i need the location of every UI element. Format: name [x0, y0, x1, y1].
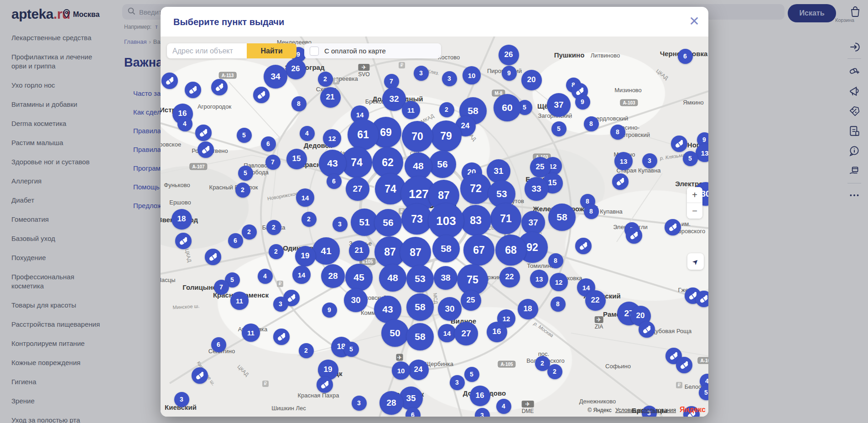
- cluster-marker-15[interactable]: 15: [286, 149, 307, 169]
- cluster-marker-8[interactable]: 8: [610, 125, 625, 140]
- cluster-marker-8[interactable]: 8: [551, 297, 566, 312]
- terms-of-use-link[interactable]: Условия использования: [615, 407, 676, 413]
- cluster-marker-19[interactable]: 19: [295, 246, 316, 266]
- cluster-marker-16[interactable]: 16: [470, 386, 490, 406]
- cluster-marker-71[interactable]: 71: [490, 203, 521, 234]
- cluster-marker-7[interactable]: 7: [265, 155, 281, 170]
- cluster-marker-3[interactable]: 3: [450, 375, 465, 390]
- cluster-marker-28[interactable]: 28: [379, 391, 403, 415]
- yandex-map[interactable]: Найти С оплатой по карте + − ➤ © Яндекс …: [161, 37, 708, 417]
- pharmacy-pill-marker[interactable]: [185, 82, 201, 98]
- cluster-marker-8[interactable]: 8: [584, 204, 599, 219]
- cluster-marker-24[interactable]: 24: [408, 360, 429, 380]
- cluster-marker-27[interactable]: 27: [454, 322, 478, 345]
- pharmacy-pill-marker[interactable]: [161, 73, 178, 89]
- cluster-marker-43[interactable]: 43: [374, 296, 401, 323]
- cluster-marker-50[interactable]: 50: [381, 319, 409, 347]
- cluster-marker-11[interactable]: 11: [242, 324, 260, 342]
- cluster-marker-22[interactable]: 22: [585, 290, 606, 311]
- cluster-marker-2[interactable]: 2: [299, 343, 314, 358]
- cluster-marker-5[interactable]: 5: [238, 166, 253, 181]
- cluster-marker-18[interactable]: 18: [172, 209, 192, 230]
- cluster-marker-2[interactable]: 2: [266, 220, 281, 235]
- cluster-marker-79[interactable]: 79: [431, 120, 462, 151]
- cluster-marker-87[interactable]: 87: [400, 237, 431, 268]
- cluster-marker-58[interactable]: 58: [432, 235, 460, 262]
- yandex-logo[interactable]: Яндекс: [680, 406, 706, 414]
- cluster-marker-37[interactable]: 37: [547, 93, 571, 117]
- pharmacy-pill-marker[interactable]: [676, 357, 692, 373]
- cluster-marker-8[interactable]: 8: [584, 116, 599, 131]
- cluster-marker-3[interactable]: 3: [442, 71, 457, 86]
- cluster-marker-73[interactable]: 73: [401, 204, 432, 235]
- cluster-marker-68[interactable]: 68: [495, 235, 526, 266]
- cluster-marker-14[interactable]: 14: [292, 266, 311, 284]
- cluster-marker-10[interactable]: 10: [392, 361, 410, 380]
- pharmacy-pill-marker[interactable]: [192, 367, 208, 384]
- card-payment-checkbox[interactable]: [310, 47, 319, 56]
- cluster-marker-30[interactable]: 30: [438, 297, 462, 321]
- cluster-marker-53[interactable]: 53: [406, 265, 434, 292]
- cluster-marker-18[interactable]: 18: [518, 299, 538, 319]
- pharmacy-pill-marker[interactable]: [575, 238, 592, 254]
- pharmacy-pill-marker[interactable]: [639, 321, 655, 338]
- cluster-marker-13[interactable]: 13: [614, 152, 633, 170]
- cluster-marker-41[interactable]: 41: [312, 237, 340, 265]
- cluster-marker-35[interactable]: 35: [399, 386, 423, 410]
- pharmacy-pill-marker[interactable]: [253, 87, 270, 103]
- cluster-marker-13[interactable]: 13: [530, 270, 548, 288]
- pharmacy-pill-marker[interactable]: [175, 233, 192, 249]
- cluster-marker-6[interactable]: 6: [327, 174, 342, 189]
- cluster-marker-58[interactable]: 58: [548, 204, 576, 231]
- cluster-marker-7[interactable]: 7: [384, 74, 399, 89]
- cluster-marker-7[interactable]: 7: [214, 280, 229, 295]
- cluster-marker-3[interactable]: 3: [333, 217, 348, 232]
- pharmacy-pill-marker[interactable]: [205, 249, 221, 265]
- cluster-marker-56[interactable]: 56: [429, 151, 456, 178]
- cluster-marker-4[interactable]: 4: [258, 269, 273, 284]
- pharmacy-pill-marker[interactable]: [195, 125, 212, 141]
- cluster-marker-5[interactable]: 5: [551, 121, 567, 136]
- cluster-marker-31[interactable]: 31: [487, 159, 510, 183]
- cluster-marker-6[interactable]: 6: [261, 136, 276, 151]
- zoom-in-button[interactable]: +: [687, 187, 702, 203]
- zoom-out-button[interactable]: −: [687, 203, 702, 219]
- cluster-marker-12[interactable]: 12: [550, 273, 568, 291]
- cluster-marker-9[interactable]: 9: [502, 66, 517, 81]
- cluster-marker-58[interactable]: 58: [406, 293, 434, 321]
- cluster-marker-48[interactable]: 48: [405, 152, 432, 180]
- cluster-marker-58[interactable]: 58: [406, 323, 434, 350]
- cluster-marker-6[interactable]: 6: [228, 233, 243, 248]
- cluster-marker-3[interactable]: 3: [273, 297, 288, 312]
- cluster-marker-3[interactable]: 3: [414, 66, 429, 81]
- cluster-marker-3[interactable]: 3: [642, 153, 657, 168]
- cluster-marker-14[interactable]: 14: [296, 188, 314, 207]
- cluster-marker-103[interactable]: 103: [428, 203, 464, 239]
- cluster-marker-34[interactable]: 34: [264, 65, 287, 89]
- cluster-marker-4[interactable]: 4: [300, 126, 315, 141]
- cluster-marker-70[interactable]: 70: [402, 121, 433, 152]
- cluster-marker-45[interactable]: 45: [345, 264, 373, 291]
- cluster-marker-2[interactable]: 2: [547, 364, 562, 379]
- cluster-marker-26[interactable]: 26: [499, 45, 519, 65]
- pharmacy-pill-marker[interactable]: [626, 227, 642, 244]
- cluster-marker-4[interactable]: 4: [177, 116, 192, 131]
- cluster-marker-21[interactable]: 21: [349, 240, 369, 261]
- cluster-marker-9[interactable]: 9: [575, 94, 590, 110]
- cluster-marker-43[interactable]: 43: [319, 150, 346, 177]
- cluster-marker-20[interactable]: 20: [521, 70, 542, 90]
- cluster-marker-67[interactable]: 67: [463, 235, 494, 266]
- pharmacy-pill-marker[interactable]: [696, 291, 708, 307]
- cluster-marker-6[interactable]: 6: [678, 49, 693, 64]
- cluster-marker-56[interactable]: 56: [374, 209, 402, 236]
- cluster-marker-61[interactable]: 61: [348, 119, 379, 150]
- pharmacy-pill-marker[interactable]: [198, 141, 214, 158]
- cluster-marker-27[interactable]: 27: [346, 177, 369, 201]
- cluster-marker-11[interactable]: 11: [402, 101, 420, 119]
- cluster-marker-37[interactable]: 37: [521, 211, 545, 235]
- cluster-marker-3[interactable]: 3: [174, 392, 189, 407]
- pharmacy-pill-marker[interactable]: [671, 136, 687, 152]
- cluster-marker-28[interactable]: 28: [321, 264, 345, 288]
- cluster-marker-48[interactable]: 48: [379, 264, 406, 292]
- cluster-marker-33[interactable]: 33: [525, 177, 548, 201]
